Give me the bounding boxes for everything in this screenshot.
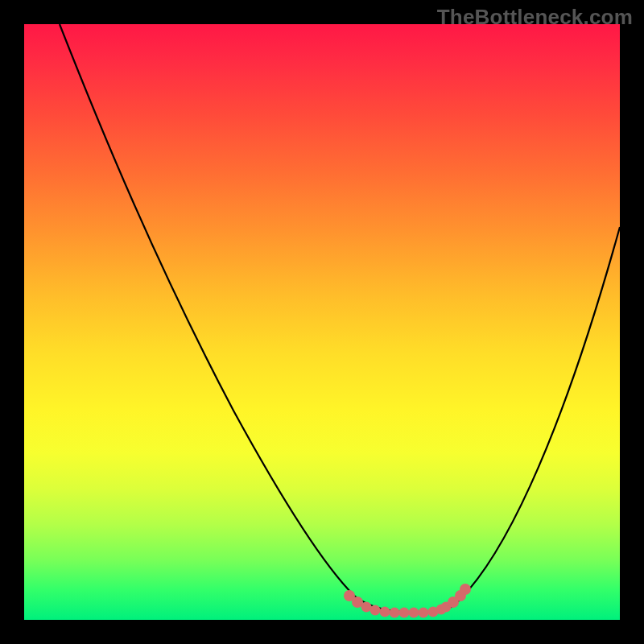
chart-stage: TheBottleneck.com xyxy=(0,0,644,644)
plot-area xyxy=(24,24,620,620)
watermark-text: TheBottleneck.com xyxy=(437,5,633,30)
background-gradient xyxy=(24,24,620,620)
